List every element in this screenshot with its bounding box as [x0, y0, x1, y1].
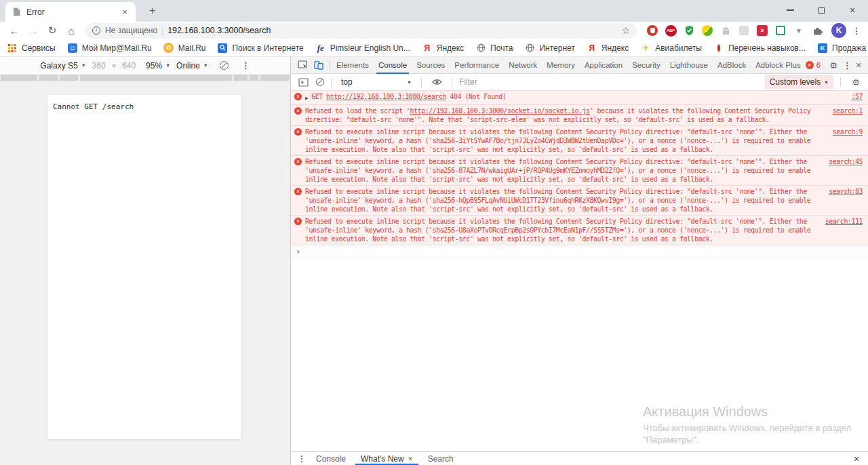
close-window-button[interactable]	[837, 0, 868, 20]
throttling-select[interactable]: Online	[176, 61, 208, 70]
bookmark-label: Mail.Ru	[178, 43, 206, 53]
source-location-link[interactable]: search:45	[829, 157, 863, 166]
abp-icon[interactable]: ABP	[665, 24, 677, 37]
zoom-select[interactable]: 95%	[146, 61, 170, 70]
source-location-link[interactable]: search:9	[833, 127, 863, 136]
source-location-link[interactable]: :57	[851, 92, 863, 101]
devtools-menu-icon[interactable]	[842, 60, 852, 70]
console-settings-icon[interactable]	[848, 74, 864, 90]
bookmark-item-[interactable]: Почта	[475, 43, 513, 54]
security-label[interactable]: Не защищено	[105, 26, 157, 35]
drawer-tab-search[interactable]: Search	[420, 452, 461, 465]
devtools-tab-sources[interactable]: Sources	[412, 57, 450, 73]
shield-check-icon[interactable]	[683, 24, 695, 37]
browser-menu-icon[interactable]	[850, 26, 863, 36]
disabled-extension-icon[interactable]	[738, 24, 750, 37]
bookmark-item-[interactable]: Сервисы	[7, 43, 56, 54]
devtools-tab-adblock-plus[interactable]: Adblock Plus	[751, 57, 805, 73]
url-text[interactable]: 192.168.100.3:3000/search	[167, 26, 271, 35]
device-height-field[interactable]: 640	[122, 61, 136, 70]
devtools-tab-network[interactable]: Network	[504, 57, 542, 73]
home-button[interactable]: ⌂	[62, 25, 80, 37]
error-message-link[interactable]: http://192.168.100.3:3000/socket.io/sock…	[410, 107, 590, 115]
flame-icon	[713, 43, 724, 54]
devtools-close-icon[interactable]	[852, 60, 865, 70]
profile-avatar[interactable]: K	[831, 23, 846, 38]
live-expression-eye-icon[interactable]	[429, 74, 445, 90]
source-location-link[interactable]: search:111	[825, 217, 863, 226]
log-levels-select[interactable]: Custom levels	[765, 75, 833, 89]
devtools-tab-console[interactable]: Console	[374, 57, 412, 73]
bookmark-item-[interactable]: Перечень навыков...	[713, 43, 806, 54]
tab-close-icon[interactable]	[119, 7, 130, 18]
devtools-tab-security[interactable]: Security	[627, 57, 665, 73]
drawer-tab-console[interactable]: Console	[309, 452, 353, 465]
video-downloader-icon[interactable]: »	[756, 24, 768, 37]
forward-button[interactable]: →	[24, 25, 42, 37]
source-location-link[interactable]: search:1	[833, 106, 863, 115]
bookmark-item-pimsleur-english-un[interactable]: fePimsleur English Un...	[315, 43, 410, 54]
error-icon	[294, 218, 302, 225]
reload-button[interactable]: ↻	[43, 24, 61, 37]
devtools-tab-adblock[interactable]: AdBlock	[713, 57, 751, 73]
devtools-settings-icon[interactable]	[825, 57, 842, 73]
devtools-tab-memory[interactable]: Memory	[542, 57, 580, 73]
clear-console-icon[interactable]	[316, 78, 324, 86]
antivirus-icon[interactable]: ✓	[701, 24, 713, 37]
devtools-tab-application[interactable]: Application	[580, 57, 627, 73]
back-button[interactable]: ←	[5, 25, 23, 37]
drawer-menu-icon[interactable]	[295, 454, 309, 464]
drawer-tab-what-s-new[interactable]: What's New	[353, 452, 420, 465]
rotate-disabled-icon[interactable]	[220, 61, 229, 70]
device-viewport[interactable]: Cannot GET /search	[47, 95, 241, 439]
bookmark-item-mail-ru[interactable]: @Mail.Ru	[163, 43, 206, 54]
browser-tab-error[interactable]: Error	[5, 2, 136, 22]
bookmark-star-icon[interactable]	[621, 25, 630, 36]
drawer-tab-label: Search	[428, 454, 454, 464]
device-toolbar-menu-icon[interactable]	[241, 60, 250, 70]
bookmark-item-toyota-a[interactable]: KПродажа Toyota A...	[817, 43, 868, 54]
watermark-line2: "Параметры".	[643, 434, 698, 445]
address-bar[interactable]: Не защищено 192.168.100.3:3000/search	[85, 23, 637, 39]
source-location-link[interactable]: search:83	[829, 187, 863, 196]
error-icon	[294, 188, 302, 195]
devtools-tab-performance[interactable]: Performance	[450, 57, 504, 73]
console-filter-input[interactable]	[459, 77, 760, 87]
extensions-puzzle-icon[interactable]	[811, 24, 823, 37]
bookmark-item-[interactable]: ЯЯндекс	[422, 43, 464, 54]
console-prompt[interactable]	[291, 245, 868, 258]
restore-button[interactable]	[806, 0, 837, 20]
execution-context-select[interactable]: top	[338, 77, 414, 87]
error-count-badge[interactable]: 6	[806, 61, 821, 69]
device-emulation-pane: Galaxy S5 360 × 640 95% Online Cannot GE…	[0, 57, 290, 465]
console-sidebar-toggle-icon[interactable]	[295, 74, 311, 90]
bookmark-item-[interactable]: ЯЯндекс	[587, 43, 629, 54]
device-width-field[interactable]: 360	[92, 61, 106, 70]
dropdown-arrow-icon[interactable]: ▼	[793, 24, 805, 37]
expand-arrow-icon[interactable]: ▶	[305, 94, 308, 103]
bookmark-label: Яндекс	[601, 43, 629, 53]
bookmark-item-[interactable]: Поиск в Интернете	[217, 43, 303, 54]
close-icon[interactable]	[408, 454, 413, 464]
error-message-link[interactable]: http://192.168.100.3:3000/search	[326, 93, 446, 100]
globe-icon	[475, 43, 486, 54]
stop-hand-icon[interactable]	[646, 24, 658, 37]
bookmark-item-[interactable]: ✈Авиабилеты	[640, 43, 702, 54]
new-tab-button[interactable]	[144, 4, 161, 18]
minimize-button[interactable]	[774, 0, 806, 20]
site-info-icon[interactable]	[92, 26, 100, 35]
device-toolbar-toggle-icon[interactable]	[311, 57, 327, 73]
page-error-text: Cannot GET /search	[47, 95, 241, 119]
media-query-bar[interactable]	[0, 75, 290, 81]
devtools-tab-elements[interactable]: Elements	[332, 57, 374, 73]
drawer-close-icon[interactable]	[849, 453, 864, 464]
bookmark-item-[interactable]: Интернет	[524, 43, 574, 54]
plane-icon: ✈	[640, 43, 651, 54]
capture-frame-icon[interactable]	[774, 24, 787, 37]
devtools-tab-lighthouse[interactable]: Lighthouse	[665, 57, 713, 73]
inspect-element-icon[interactable]	[294, 57, 311, 73]
bookmark-item-mail-ru[interactable]: ☺Мой Мир@Mail.Ru	[67, 43, 152, 54]
ghost-icon[interactable]	[719, 24, 732, 37]
device-select[interactable]: Galaxy S5	[40, 61, 85, 70]
toolbar-divider	[452, 77, 452, 87]
